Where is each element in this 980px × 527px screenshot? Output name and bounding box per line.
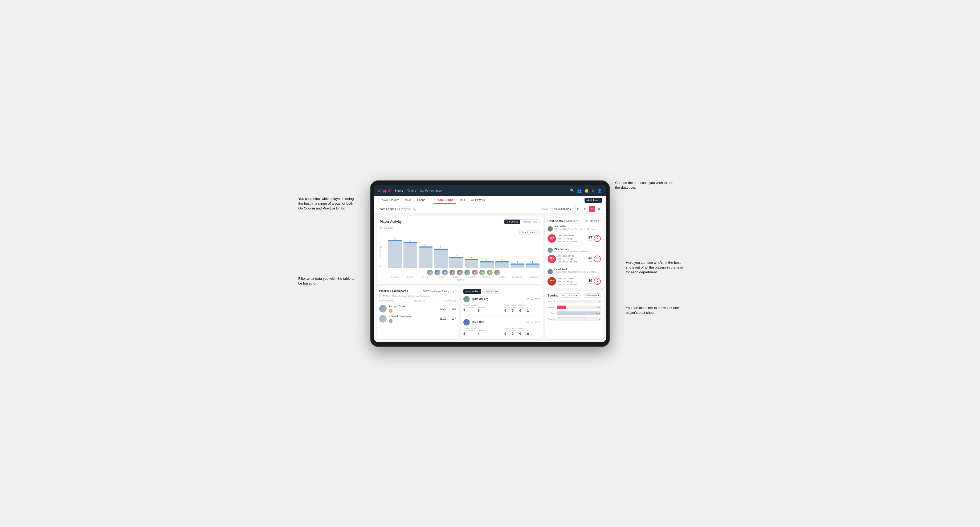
putt-val-2: 0 [527,332,533,336]
bell-icon[interactable]: 🔔 [584,189,589,193]
nav-icons: 🔍 👥 🔔 ⊕ 👤 [570,189,602,193]
shot-metric-1-miller: 67 yds [589,236,592,241]
scoring-bar-fill-bogeys [557,317,584,321]
nav-my-performance[interactable]: My Performance [420,189,442,192]
gtt-val-2: 0 [504,332,509,336]
shot-row-ford: David Ford 24 Aug 2023 · Royal North Dev… [547,268,601,286]
annotation-timescale: Choose the timescale you wish to see the… [615,181,674,190]
lb-player-info-2: Edward Crossman 2 [389,315,437,323]
shot-course-mcharg: 23 Jul 2023 · Ashridge GC, Hole 15 [554,251,588,253]
bar-8[interactable] [511,264,524,268]
shot-details-ford: 198 SG Shot Dist: 16 ydsStart Lie: Rough… [547,277,601,286]
shot-player-header-miller: Matt Miller 09 Jun 2023 · Royal North De… [547,225,601,233]
edit-icon[interactable]: ✏️ [412,208,416,211]
act-practice-label-1: Total Practice Activities [504,304,540,306]
sc-all-players-dropdown[interactable]: All Players ▾ [584,293,601,298]
player-avatar-3[interactable]: J [450,270,455,275]
add-team-button[interactable]: Add Team [584,198,602,203]
team-header-bar: Team Clippd | 14 Players ✏️ Show: Last 3… [374,205,606,213]
player-avatar-4[interactable]: E [457,270,463,275]
axis-label-7: M. Miller [495,276,509,278]
grid-icon[interactable]: ⊟ [582,206,588,212]
player-avatar-9[interactable]: L [494,270,500,275]
leaderboard-subtitle: PUTT Must Make Putting (3-6 ft), Last 3 … [379,295,456,298]
tab-most-active[interactable]: Most Active [463,289,481,294]
tab-tour[interactable]: Tour [457,197,468,204]
tab-pgat-players[interactable]: PGAT Players [378,197,402,204]
chart-x-title: Players [380,278,539,281]
bar-6[interactable] [480,261,494,268]
toggle-on-course[interactable]: On Course [504,220,520,224]
bar-1[interactable] [403,242,417,268]
nav-home[interactable]: Home [395,189,403,192]
bar-7[interactable] [495,261,509,268]
bar-4[interactable] [449,257,463,268]
bar-value-label-8: 2 [517,261,518,263]
tablet-frame: clippd Home Teams My Performance 🔍 👥 🔔 ⊕… [370,181,610,347]
most-least-tabs: Most Active Least Active [463,289,540,294]
leaderboard-dropdown[interactable]: PUTT Must Make Putting ... ▾ [421,289,456,293]
act-stat-practice-2: Total Practice Activities GTT 0 APP [504,327,540,336]
player-avatar-2[interactable]: D [442,270,448,275]
bar-chart: 15 10 5 0 1312109543322 [380,236,539,268]
lb-pb-score-2: 18/20 [439,317,446,320]
bar-group-6: 3 [480,259,494,268]
add-circle-icon[interactable]: ⊕ [592,189,595,193]
tab-least-active[interactable]: Least Active [482,289,500,294]
main-content: Player Activity On Course Practice Drill… [374,213,606,342]
bar-2[interactable] [418,246,433,268]
axis-label-9: L. Robertson [526,276,539,278]
chart-metric-dropdown[interactable]: Total Rounds ▾ [519,230,539,235]
tab-all-players[interactable]: All Players [468,197,488,204]
scoring-bar-value-pars: 499 [596,312,600,314]
bar-3[interactable] [434,249,448,268]
timescale-dropdown[interactable]: Last 3 months ▾ [550,207,573,211]
player-avatar-crossman [379,315,387,322]
player-avatar-5[interactable]: O [465,270,470,275]
chevron-right-icon[interactable]: › [600,227,601,231]
bar-5[interactable] [465,259,479,268]
chevron-right-icon-3[interactable]: › [600,270,601,274]
bs-filter-dropdown[interactable]: All Shots ▾ [564,219,579,223]
profile-icon[interactable]: 👤 [597,189,602,193]
tab-team-clippd[interactable]: Team Clippd [434,197,456,204]
bar-value-label-2: 10 [425,244,426,246]
player-avatar-6[interactable]: R [472,270,478,275]
shot-player-name-ford: David Ford [554,268,598,271]
activity-player-header-1: Blair McHarg 26 Aug 2023 [463,296,540,302]
heart-icon[interactable]: ♥ [589,206,595,212]
grid-list-icon[interactable]: ⊞ [575,206,581,212]
on-course-label: On Course [380,226,539,229]
sc-filter-dropdown[interactable]: Par 3, 4 & 5s ▾ [560,293,579,298]
nav-teams[interactable]: Teams [407,189,416,192]
settings-icon[interactable]: ⚙ [596,206,602,212]
tab-pga[interactable]: PGA [402,197,414,204]
tab-hcaps[interactable]: Hcaps 1-5 [414,197,433,204]
chevron-right-icon-2[interactable]: › [600,248,601,252]
axis-label-4: E. Ebert [449,276,463,278]
player-avatar-8[interactable]: E [487,270,493,275]
putt-val-1: 1 [527,309,533,313]
scoring-bar-fill-birdies [557,306,566,309]
bar-0[interactable] [388,240,402,268]
y-axis-labels: 15 10 5 0 [380,236,382,268]
axis-label-0: B. McHarg [388,276,402,278]
scoring-label-pars: Pars [547,312,555,314]
bar-value-label-3: 9 [440,246,441,248]
search-icon[interactable]: 🔍 [570,189,574,193]
bar-group-7: 3 [495,259,509,268]
bs-all-players-dropdown[interactable]: All Players ▾ [584,219,601,223]
player-avatar-1[interactable]: R [434,270,441,275]
bar-9[interactable] [526,264,540,268]
axis-label-1: R. Britt [403,276,417,278]
people-icon[interactable]: 👥 [577,189,582,193]
player-avatar-0[interactable]: B [427,270,433,275]
scoring-row-eagles: Eagles 3 [547,300,601,303]
annotation-filter-player: You can also filter to show just one pla… [626,306,684,315]
toggle-practice-drills[interactable]: Practice Drills [520,220,539,224]
tournament-val-1: 7 [463,309,474,313]
bar-value-label-0: 13 [394,238,396,240]
player-avatar-7[interactable]: M [479,270,485,275]
act-avatar-1 [463,296,470,302]
scoring-bar-fill-pars [557,311,600,315]
